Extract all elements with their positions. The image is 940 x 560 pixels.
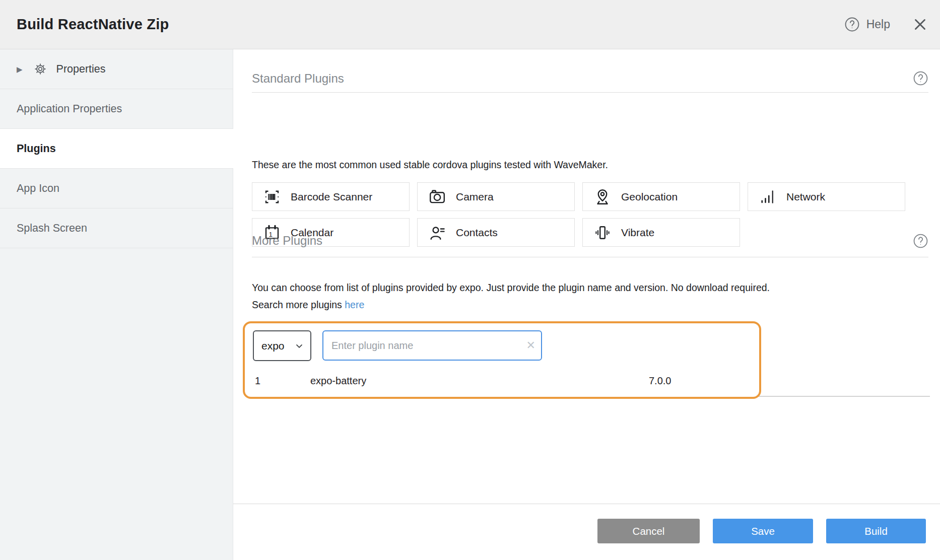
sidebar-item-label: Application Properties (17, 103, 122, 115)
plugin-label: Barcode Scanner (291, 191, 372, 203)
plugin-row-index: 1 (253, 375, 310, 387)
more-plugins-header: More Plugins (252, 225, 928, 257)
plugin-row-name: expo-battery (310, 375, 649, 387)
sidebar-item-label: Splash Screen (17, 222, 87, 235)
sidebar-item-splash-screen[interactable]: Splash Screen (0, 208, 233, 248)
sidebar-item-label: App Icon (17, 182, 59, 195)
plugin-name-input[interactable] (322, 330, 542, 361)
page-title: Build ReactNative Zip (17, 16, 169, 33)
help-button[interactable]: Help (844, 17, 890, 32)
save-button[interactable]: Save (713, 519, 813, 543)
sidebar-item-label: Plugins (17, 143, 56, 155)
help-circle-icon (844, 17, 860, 32)
plugin-row-separator (755, 396, 930, 397)
cancel-button[interactable]: Cancel (597, 519, 700, 543)
plugin-card-camera[interactable]: Camera (417, 182, 575, 211)
camera-icon (427, 188, 447, 206)
footer-divider (233, 504, 940, 504)
more-plugins-title: More Plugins (252, 234, 322, 248)
build-button[interactable]: Build (826, 519, 926, 543)
plugin-label: Geolocation (621, 191, 678, 203)
clear-input-icon[interactable]: ✕ (526, 340, 535, 351)
close-button[interactable] (913, 18, 927, 31)
expo-plugin-highlight-box: expo ✕ 1 expo-battery 7.0.0 (243, 321, 761, 399)
network-icon (758, 188, 778, 206)
more-plugins-description-line1: You can choose from list of plugins prov… (252, 279, 770, 296)
plugin-source-select[interactable]: expo (253, 330, 311, 361)
sidebar-item-app-icon[interactable]: App Icon (0, 169, 233, 208)
plugin-label: Network (786, 191, 825, 203)
main-content: Standard Plugins These are the most comm… (233, 49, 940, 560)
sidebar-item-application-properties[interactable]: Application Properties (0, 89, 233, 129)
sidebar-item-label: Properties (56, 63, 106, 76)
build-reactnative-zip-dialog: Build ReactNative Zip Help (0, 0, 940, 560)
sidebar-item-plugins[interactable]: Plugins (0, 129, 233, 169)
help-label: Help (866, 18, 890, 31)
dialog-header: Build ReactNative Zip Help (0, 0, 940, 49)
more-plugins-description-line2: Search more plugins here (252, 296, 770, 313)
sidebar-item-properties[interactable]: ▶ Properties (0, 49, 233, 89)
barcode-icon (262, 188, 282, 206)
more-plugins-help-icon[interactable] (913, 233, 928, 249)
caret-right-icon[interactable]: ▶ (17, 65, 23, 73)
standard-plugins-description: These are the most common used stable co… (252, 159, 608, 171)
plugin-card-network[interactable]: Network (748, 182, 905, 211)
footer-buttons: Cancel Save Build (597, 519, 926, 543)
gear-icon (34, 62, 47, 76)
plugin-card-geolocation[interactable]: Geolocation (582, 182, 740, 211)
plugin-label: Camera (456, 191, 494, 203)
plugin-card-barcode-scanner[interactable]: Barcode Scanner (252, 182, 410, 211)
standard-plugins-header: Standard Plugins (252, 64, 928, 93)
plugin-row-version: 7.0.0 (649, 375, 750, 387)
chevron-down-icon (294, 341, 304, 351)
sidebar: ▶ Properties Application Properties Plug… (0, 49, 233, 560)
plugin-source-value: expo (261, 340, 285, 352)
plugin-list-row[interactable]: 1 expo-battery 7.0.0 (253, 367, 759, 395)
more-plugins-description: You can choose from list of plugins prov… (252, 279, 770, 313)
search-plugins-link[interactable]: here (345, 299, 364, 310)
geolocation-icon (592, 188, 613, 206)
standard-plugins-help-icon[interactable] (913, 71, 928, 86)
standard-plugins-title: Standard Plugins (252, 72, 344, 86)
